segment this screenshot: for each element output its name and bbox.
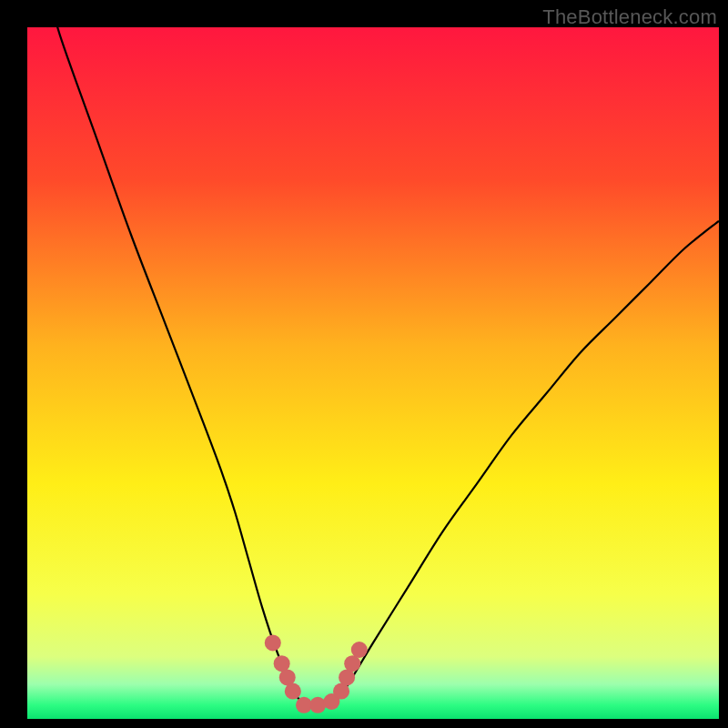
gradient-background — [27, 27, 719, 719]
highlight-point — [351, 642, 368, 658]
chart-frame: TheBottleneck.com — [0, 0, 728, 728]
highlight-point — [265, 634, 281, 651]
watermark-text: TheBottleneck.com — [542, 5, 717, 29]
highlight-point — [285, 683, 301, 700]
highlight-point — [309, 697, 326, 713]
bottleneck-chart — [0, 0, 728, 728]
